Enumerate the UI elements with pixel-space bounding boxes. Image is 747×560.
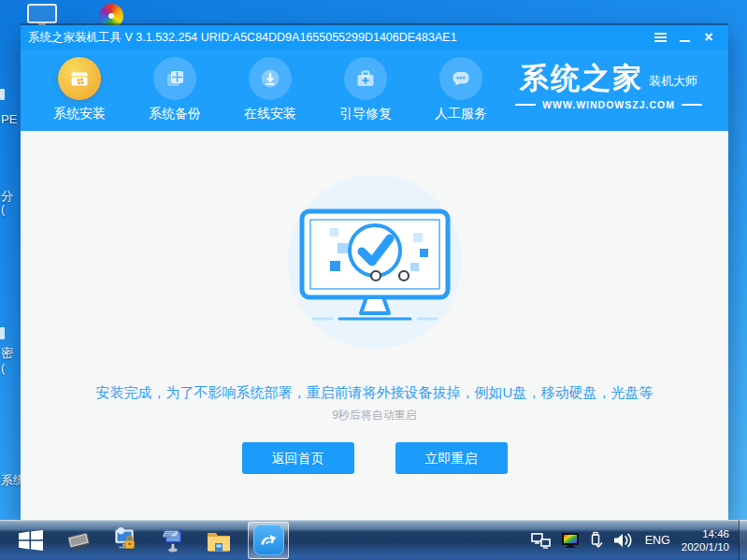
system-tray: ENG 14:46 2020/1/10 xyxy=(526,520,747,560)
nav-item-system-install[interactable]: 系统安装 xyxy=(47,57,112,131)
nav-label: 人工服务 xyxy=(428,106,494,122)
toolbox-plus-icon xyxy=(344,57,387,100)
titlebar: 系统之家装机工具 V 3.1.532.254 URID:A5C84DD9A165… xyxy=(21,25,728,50)
hamburger-icon xyxy=(654,33,667,42)
install-box-icon xyxy=(58,57,101,100)
desktop-icon-label[interactable]: PE xyxy=(1,112,17,126)
brand-logo: 系统之家 装机大师 WWW.WINDOWSZJ.COM xyxy=(502,64,715,110)
nav-item-online-install[interactable]: 在线安装 xyxy=(237,57,303,131)
installer-taskbar-button[interactable] xyxy=(248,522,289,559)
brand-website: WWW.WINDOWSZJ.COM xyxy=(542,99,675,110)
back-home-button[interactable]: 返回首页 xyxy=(242,442,354,474)
clock-time: 14:46 xyxy=(682,527,729,540)
language-indicator[interactable]: ENG xyxy=(645,534,670,547)
display-lock-icon xyxy=(111,526,139,554)
folder-icon xyxy=(205,527,233,553)
network-icon[interactable] xyxy=(531,532,552,549)
action-buttons: 返回首页 立即重启 xyxy=(21,442,728,474)
minimize-icon xyxy=(680,40,690,42)
ram-chip-app[interactable] xyxy=(65,524,93,556)
backup-copy-icon xyxy=(153,57,196,100)
desktop-icon-label[interactable]: ( xyxy=(1,362,5,375)
ram-chip-icon xyxy=(65,526,93,554)
installer-app-icon xyxy=(253,524,284,555)
desktop-icon-label[interactable]: ( xyxy=(1,203,5,216)
taskbar-clock[interactable]: 14:46 2020/1/10 xyxy=(682,527,729,553)
nav-label: 引导修复 xyxy=(333,106,398,122)
pe-desktop: { "window": { "title": "系统之家装机工具 V 3.1.5… xyxy=(0,0,747,560)
nav-label: 系统安装 xyxy=(47,106,112,122)
nav-item-system-backup[interactable]: 系统备份 xyxy=(142,57,208,131)
display-lock-app[interactable] xyxy=(111,524,139,556)
start-button[interactable] xyxy=(12,520,50,560)
keyboard-display-icon xyxy=(158,526,186,554)
file-explorer-app[interactable] xyxy=(205,524,233,556)
nav-item-support[interactable]: 人工服务 xyxy=(428,57,494,131)
close-icon: × xyxy=(704,30,712,45)
install-complete-illustration xyxy=(281,175,468,352)
installer-window: 系统之家装机工具 V 3.1.532.254 URID:A5C84DD9A165… xyxy=(21,25,728,520)
show-desktop-button[interactable] xyxy=(739,520,747,560)
window-title: 系统之家装机工具 V 3.1.532.254 URID:A5C84DD9A165… xyxy=(28,30,648,46)
on-screen-keyboard-app[interactable] xyxy=(158,524,186,556)
display-color-icon[interactable] xyxy=(561,532,580,548)
restart-now-button[interactable]: 立即重启 xyxy=(395,442,508,474)
desktop-icon-fragment xyxy=(0,327,5,339)
brand-subtitle: 装机大师 xyxy=(649,73,697,90)
brand-name: 系统之家 xyxy=(520,64,643,93)
close-button[interactable]: × xyxy=(697,25,721,50)
nav-item-boot-repair[interactable]: 引导修复 xyxy=(333,57,398,131)
menu-button[interactable] xyxy=(648,25,672,50)
logo-divider xyxy=(682,104,702,106)
usb-icon[interactable] xyxy=(589,531,603,549)
main-content: 安装完成，为了不影响系统部署，重启前请将外接设备拔掉，例如U盘，移动硬盘，光盘等… xyxy=(21,131,728,520)
taskbar-apps xyxy=(55,522,294,559)
chat-bubble-icon xyxy=(439,57,482,100)
desktop-icon-label[interactable]: 密 xyxy=(1,345,13,362)
volume-icon[interactable] xyxy=(612,532,633,549)
navbar: 系统安装 系统备份 在线安装 xyxy=(21,50,728,131)
nav-label: 在线安装 xyxy=(237,106,303,122)
install-complete-message: 安装完成，为了不影响系统部署，重启前请将外接设备拔掉，例如U盘，移动硬盘，光盘等 xyxy=(21,384,728,402)
monitor-check-icon xyxy=(281,175,468,352)
logo-divider xyxy=(515,104,536,106)
desktop-icon-fragment xyxy=(0,89,5,100)
windows-start-icon xyxy=(19,530,43,551)
taskbar: ENG 14:46 2020/1/10 xyxy=(0,520,747,560)
download-circle-icon xyxy=(249,57,292,100)
restart-countdown: 9秒后将自动重启 xyxy=(21,408,728,424)
clock-date: 2020/1/10 xyxy=(682,540,729,553)
nav-label: 系统备份 xyxy=(142,106,208,122)
minimize-button[interactable] xyxy=(672,25,697,50)
